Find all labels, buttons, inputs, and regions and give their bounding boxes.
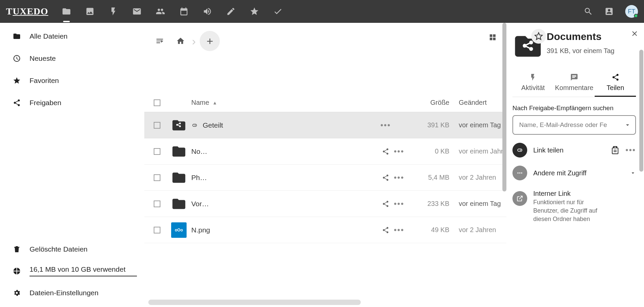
user-avatar[interactable]: FT <box>625 5 638 18</box>
tab-activity[interactable]: Aktivität <box>512 73 554 97</box>
row-share-button[interactable] <box>379 223 392 237</box>
tab-comments[interactable]: Kommentare <box>554 73 595 97</box>
row-checkbox[interactable] <box>154 174 160 181</box>
row-checkbox[interactable] <box>154 122 160 129</box>
tab-share[interactable]: Teilen <box>595 73 636 97</box>
notes-app-icon[interactable] <box>226 7 236 16</box>
table-row[interactable]: Vor…•••233 KBvor einem Tag <box>144 191 506 217</box>
file-modified: vor 2 Jahren <box>453 226 506 234</box>
row-checkbox[interactable] <box>154 148 160 155</box>
activity-app-icon[interactable] <box>109 7 118 16</box>
contacts-menu-icon[interactable] <box>604 7 614 16</box>
sidebar-trash-label: Gelöschte Dateien <box>30 245 88 253</box>
internal-link-row: Interner Link Funktioniert nur für Benut… <box>512 190 636 224</box>
main-vertical-scrollbar[interactable] <box>502 23 506 304</box>
sidebar-item-all-files[interactable]: Alle Dateien <box>13 32 144 40</box>
file-modified: vor einem Tag <box>453 200 506 208</box>
folder-icon <box>171 170 187 185</box>
clock-icon <box>13 54 21 62</box>
table-row[interactable]: Ph…•••5,4 MBvor 2 Jahren <box>144 165 506 191</box>
more-horizontal-icon <box>512 166 527 180</box>
home-breadcrumb[interactable] <box>173 34 188 48</box>
table-row[interactable]: oOoN.png•••49 KBvor 2 Jahren <box>144 217 506 243</box>
star-icon <box>13 77 21 85</box>
close-details-button[interactable] <box>631 30 639 38</box>
expand-others-button[interactable] <box>630 170 636 176</box>
contacts-app-icon[interactable] <box>156 7 165 16</box>
file-name: Vor… <box>191 200 209 208</box>
clipboard-link-button[interactable] <box>611 146 620 155</box>
quota-bar <box>30 275 137 277</box>
grid-view-toggle[interactable] <box>488 33 497 42</box>
column-name[interactable]: Name ▲ <box>191 99 379 106</box>
pie-icon <box>13 267 21 275</box>
sidebar-settings-label: Dateien-Einstellungen <box>30 289 98 297</box>
tasks-app-icon[interactable] <box>273 7 283 16</box>
brand-logo: TUXEDO <box>6 6 48 17</box>
sidebar-item-label: Favoriten <box>30 77 59 85</box>
file-size: 391 KB <box>409 121 453 129</box>
new-button[interactable]: + <box>200 31 220 51</box>
row-more-button[interactable]: ••• <box>392 171 406 184</box>
select-all-checkbox[interactable] <box>154 99 160 106</box>
share-link-label: Link teilen <box>533 146 605 154</box>
left-sidebar: Alle Dateien Neueste Favoriten Freigaben… <box>0 23 144 307</box>
row-share-button[interactable] <box>379 171 392 184</box>
sidebar-item-shares[interactable]: Freigaben <box>13 99 144 107</box>
talk-app-icon[interactable] <box>203 7 212 16</box>
photos-app-icon[interactable] <box>85 7 95 16</box>
online-status-dot <box>634 14 638 18</box>
sidebar-settings[interactable]: Dateien-Einstellungen <box>13 289 144 297</box>
file-name: Geteilt <box>203 121 223 129</box>
favorites-app-icon[interactable] <box>250 7 259 16</box>
quota-text: 16,1 MB von 10 GB verwendet <box>30 265 126 273</box>
row-more-button[interactable]: ••• <box>392 223 406 237</box>
share-link-more-button[interactable]: ••• <box>626 145 636 155</box>
favorite-toggle[interactable] <box>531 29 546 44</box>
row-checkbox[interactable] <box>154 201 160 207</box>
share-icon <box>13 99 21 107</box>
internal-link-sub: Funktioniert nur für Benutzer, die Zugri… <box>533 198 610 224</box>
row-checkbox[interactable] <box>154 227 160 233</box>
toggle-sidebar-button[interactable] <box>152 34 167 48</box>
details-title: Documents <box>547 31 614 42</box>
mail-app-icon[interactable] <box>132 7 142 16</box>
table-row[interactable]: Geteilt•••391 KBvor einem Tag <box>144 112 506 138</box>
horizontal-scrollbar[interactable] <box>148 300 502 305</box>
row-share-button[interactable] <box>379 197 392 211</box>
sidebar-item-recent[interactable]: Neueste <box>13 54 144 62</box>
external-link-icon <box>512 191 527 206</box>
svg-point-8 <box>521 172 523 174</box>
details-meta: 391 KB, vor einem Tag <box>547 47 614 55</box>
column-modified[interactable]: Geändert <box>453 99 506 106</box>
file-name: Ph… <box>191 174 207 182</box>
row-more-button[interactable]: ••• <box>392 145 406 158</box>
file-modified: vor einem Jahr <box>453 147 506 155</box>
details-folder-icon <box>512 31 543 62</box>
link-icon <box>512 143 527 158</box>
gear-icon <box>13 289 21 297</box>
sidebar-trash[interactable]: Gelöschte Dateien <box>13 245 144 253</box>
calendar-app-icon[interactable] <box>179 7 189 16</box>
share-link-row: Link teilen ••• <box>512 143 636 158</box>
share-search-input[interactable] <box>512 115 636 135</box>
sidebar-quota: 16,1 MB von 10 GB verwendet <box>13 265 144 277</box>
sidebar-item-label: Freigaben <box>30 99 61 107</box>
details-vertical-scrollbar[interactable] <box>639 50 643 304</box>
row-share-button[interactable] <box>379 145 392 158</box>
share-others-row[interactable]: Andere mit Zugriff <box>512 166 636 180</box>
search-icon[interactable] <box>584 7 593 16</box>
files-app-icon[interactable] <box>62 7 71 16</box>
file-size: 5,4 MB <box>409 174 453 181</box>
table-row[interactable]: No…•••0 KBvor einem Jahr <box>144 138 506 165</box>
row-more-button[interactable]: ••• <box>379 119 392 132</box>
folder-icon <box>171 196 187 212</box>
internal-link-title: Interner Link <box>533 190 630 198</box>
share-search-label: Nach Freigabe-Empfängern suchen <box>512 104 636 112</box>
sidebar-item-favorites[interactable]: Favoriten <box>13 77 144 85</box>
file-size: 0 KB <box>409 147 453 155</box>
file-table: Name ▲ Größe Geändert Geteilt•••391 KBvo… <box>144 93 506 243</box>
row-more-button[interactable]: ••• <box>392 197 406 211</box>
file-name: No… <box>191 147 207 156</box>
column-size[interactable]: Größe <box>409 99 453 106</box>
